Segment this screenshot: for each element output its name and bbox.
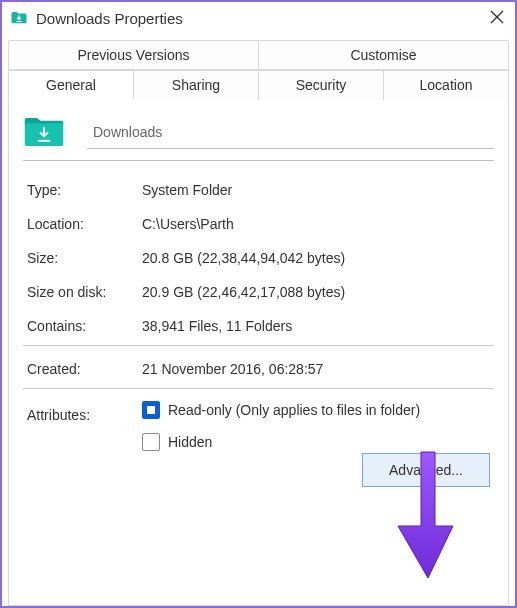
titlebar-left: Downloads Properties: [10, 9, 183, 27]
created-value: 21 November 2016, 06:28:57: [138, 352, 494, 386]
attributes-column: Read-only (Only applies to files in fold…: [142, 401, 490, 451]
properties-window: Downloads Properties Previous Versions C…: [0, 0, 517, 608]
created-label: Created:: [23, 352, 138, 386]
folder-name-row: [23, 114, 494, 150]
properties-table: Type: System Folder Location: C:\Users\P…: [23, 173, 494, 496]
separator: [23, 345, 494, 346]
tab-location[interactable]: Location: [384, 70, 509, 100]
tab-sharing[interactable]: Sharing: [134, 70, 259, 100]
readonly-checkbox[interactable]: Read-only (Only applies to files in fold…: [142, 401, 490, 419]
tabstrip: Previous Versions Customise General Shar…: [8, 40, 509, 100]
size-value: 20.8 GB (22,38,44,94,042 bytes): [138, 241, 494, 275]
tab-previous-versions[interactable]: Previous Versions: [8, 40, 259, 70]
readonly-label: Read-only (Only applies to files in fold…: [168, 402, 420, 418]
close-button[interactable]: [485, 6, 509, 30]
hidden-checkbox[interactable]: Hidden: [142, 433, 490, 451]
location-label: Location:: [23, 207, 138, 241]
close-icon: [490, 10, 504, 27]
advanced-button[interactable]: Advanced...: [362, 453, 490, 487]
titlebar: Downloads Properties: [2, 2, 515, 36]
general-panel: Type: System Folder Location: C:\Users\P…: [8, 100, 509, 606]
attributes-label: Attributes:: [23, 395, 138, 496]
separator: [23, 160, 494, 161]
hidden-label: Hidden: [168, 434, 212, 450]
window-title: Downloads Properties: [36, 10, 183, 27]
downloads-folder-large-icon: [23, 114, 65, 150]
checkbox-indeterminate-icon: [142, 401, 160, 419]
downloads-folder-icon: [10, 9, 28, 27]
checkbox-unchecked-icon: [142, 433, 160, 451]
svg-rect-0: [16, 21, 21, 22]
type-label: Type:: [23, 173, 138, 207]
tab-customise[interactable]: Customise: [259, 40, 509, 70]
svg-rect-1: [38, 140, 50, 142]
size-on-disk-label: Size on disk:: [23, 275, 138, 309]
size-label: Size:: [23, 241, 138, 275]
contains-label: Contains:: [23, 309, 138, 343]
contains-value: 38,941 Files, 11 Folders: [138, 309, 494, 343]
tab-general[interactable]: General: [8, 70, 134, 100]
folder-name-input[interactable]: [87, 116, 494, 149]
size-on-disk-value: 20.9 GB (22,46,42,17,088 bytes): [138, 275, 494, 309]
location-value: C:\Users\Parth: [138, 207, 494, 241]
tab-security[interactable]: Security: [259, 70, 384, 100]
separator: [23, 388, 494, 389]
type-value: System Folder: [138, 173, 494, 207]
